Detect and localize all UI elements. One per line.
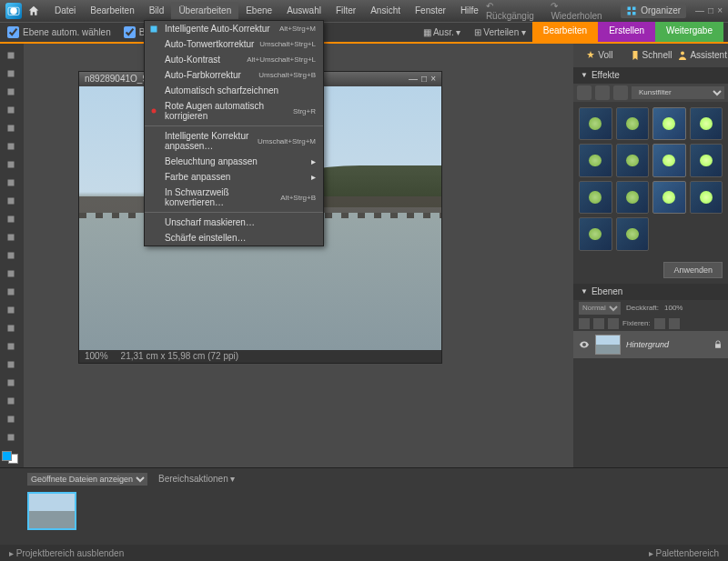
move-tool[interactable] [2,47,20,64]
brush-tool[interactable] [2,338,20,355]
marquee-tool[interactable] [2,120,20,136]
bin-actions[interactable]: Bereichsaktionen ▾ [158,474,236,484]
layer-fx-icon[interactable] [593,318,604,329]
hand-tool[interactable] [2,84,20,100]
menu-filter[interactable]: Filter [329,2,363,19]
type-tool[interactable] [2,193,20,209]
cookie-tool[interactable] [2,229,20,245]
fx-filter-icon[interactable] [577,85,592,100]
align-control[interactable]: ▦ Ausr. ▾ [423,27,461,37]
shape-tool[interactable] [2,411,20,427]
doc-maximize-icon[interactable]: □ [421,74,427,84]
toggle-palettes[interactable]: Palettenbereich [656,548,720,558]
effect-thumbnail[interactable] [579,181,612,215]
lasso-tool[interactable] [2,138,20,155]
fx-style-icon[interactable] [595,85,610,100]
effect-thumbnail[interactable] [579,107,612,141]
view-assist[interactable]: Assistent [676,44,728,67]
effect-thumbnail[interactable] [579,144,612,177]
tab-edit[interactable]: Bearbeiten [532,22,598,42]
project-thumbnail[interactable] [27,492,76,530]
minimize-icon[interactable]: — [695,5,704,15]
menu-item[interactable]: Intelligente Auto-KorrekturAlt+Strg+M [145,21,323,36]
toggle-project-bin[interactable]: Projektbereich ausblenden [16,548,124,558]
eraser-tool[interactable] [2,356,20,373]
eyedrop-tool[interactable] [2,102,20,118]
menu-item[interactable]: Unscharf maskieren… [145,215,323,230]
menu-item[interactable]: Auto-KontrastAlt+Umschalt+Strg+L [145,52,323,67]
app-logo-icon[interactable] [5,3,22,19]
doc-minimize-icon[interactable]: — [409,74,418,84]
view-full[interactable]: Voll [573,44,625,67]
effect-thumbnail[interactable] [690,107,723,141]
redo-button[interactable]: ↷ Wiederholen [551,1,612,21]
menu-item[interactable]: Auto-TonwertkorrekturUmschalt+Strg+L [145,36,323,52]
menu-bild[interactable]: Bild [142,2,172,19]
tab-share[interactable]: Weitergabe [655,22,723,42]
lock-all-icon[interactable] [669,318,680,329]
effect-thumbnail[interactable] [652,107,686,141]
wand-tool[interactable] [2,156,20,173]
tab-create[interactable]: Erstellen [598,22,655,42]
layers-panel-header[interactable]: ▼Ebenen [573,284,728,300]
fx-photo-icon[interactable] [613,85,628,100]
color-swatches[interactable] [2,451,18,464]
menu-item[interactable]: Intelligente Korrektur anpassen…Umschalt… [145,128,323,154]
home-icon[interactable] [27,5,40,17]
layer-background[interactable]: Hintergrund [573,331,728,358]
bucket-tool[interactable] [2,375,20,391]
sharpen-tool[interactable] [2,429,20,446]
close-icon[interactable]: × [717,5,723,15]
menu-fenster[interactable]: Fenster [408,2,453,19]
undo-button[interactable]: ↶ Rückgängig [486,1,543,21]
apply-button[interactable]: Anwenden [663,262,723,278]
effect-thumbnail[interactable] [652,144,686,177]
clone-tool[interactable] [2,284,20,300]
menu-ansicht[interactable]: Ansicht [363,2,408,19]
open-files-select[interactable]: Geöffnete Dateien anzeigen [27,473,147,486]
menu-item[interactable]: Beleuchtung anpassen▸ [145,154,323,169]
visibility-icon[interactable] [579,339,590,350]
distribute-control[interactable]: ⊞ Verteilen ▾ [474,27,526,37]
menu-datei[interactable]: Datei [47,2,83,19]
effect-thumbnail[interactable] [579,217,612,251]
maximize-icon[interactable]: □ [708,5,713,15]
opacity-value[interactable]: 100% [664,304,682,312]
zoom-level[interactable]: 100% [85,351,108,361]
effect-thumbnail[interactable] [616,144,650,177]
menu-hilfe[interactable]: Hilfe [453,2,486,19]
effect-thumbnail[interactable] [616,107,650,141]
effect-thumbnail[interactable] [616,217,650,251]
menu-item[interactable]: Auto-FarbkorrekturUmschalt+Strg+B [145,67,323,83]
menu-item[interactable]: Rote Augen automatisch korrigierenStrg+R [145,98,323,124]
redeye-tool[interactable] [2,247,20,264]
sponge-tool[interactable] [2,320,20,336]
zoom-tool[interactable] [2,65,20,82]
gradient-tool[interactable] [2,393,20,409]
effect-thumbnail[interactable] [690,144,723,177]
auto-select-checkbox[interactable]: Ebene autom. wählen [7,26,111,38]
effects-category-select[interactable]: Kunstfilter [632,86,724,99]
effect-thumbnail[interactable] [690,181,723,215]
layer-mask-icon[interactable] [608,318,619,329]
heal-tool[interactable] [2,265,20,282]
blend-mode-select[interactable]: Normal [579,302,621,315]
organizer-button[interactable]: Organizer [621,4,686,18]
view-quick[interactable]: Schnell [625,44,677,67]
menu-ebene[interactable]: Ebene [238,2,279,19]
menu-item[interactable]: In Schwarzweiß konvertieren…Alt+Strg+B [145,185,323,210]
menu-bearbeiten[interactable]: Bearbeiten [83,2,141,19]
select-tool[interactable] [2,175,20,191]
layer-link-icon[interactable] [579,318,590,329]
blur-tool[interactable] [2,302,20,318]
menu-überarbeiten[interactable]: Überarbeiten [171,2,238,19]
doc-close-icon[interactable]: × [430,74,436,84]
menu-item[interactable]: Automatisch scharfzeichnen [145,83,323,98]
effects-panel-header[interactable]: ▼Effekte [573,67,728,84]
effect-thumbnail[interactable] [652,181,686,215]
crop-tool[interactable] [2,211,20,227]
lock-transparency-icon[interactable] [654,318,665,329]
effect-thumbnail[interactable] [616,181,650,215]
menu-auswahl[interactable]: Auswahl [279,2,329,19]
menu-item[interactable]: Schärfe einstellen… [145,230,323,245]
